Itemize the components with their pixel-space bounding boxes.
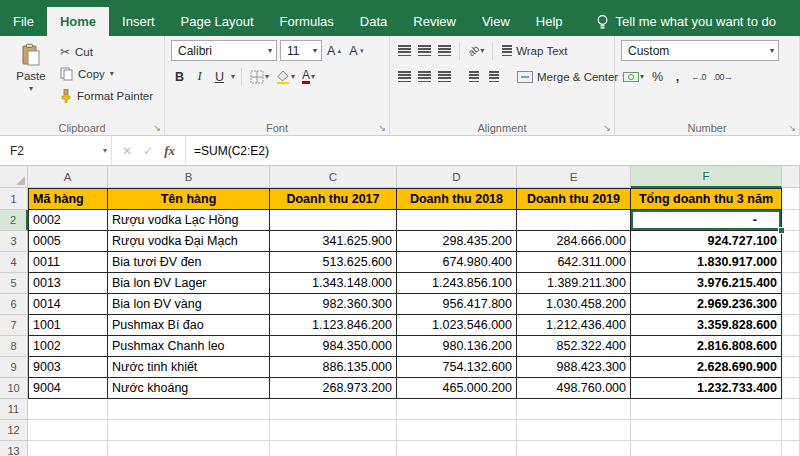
font-size-combo[interactable]: 11 ▾ bbox=[280, 40, 322, 61]
cell-F1[interactable]: Tổng doanh thu 3 năm bbox=[631, 188, 782, 210]
align-right-button[interactable] bbox=[436, 66, 453, 87]
cell-C4[interactable]: 513.625.600 bbox=[270, 252, 397, 273]
cell-F13[interactable] bbox=[631, 441, 782, 456]
cell-ghost-13[interactable] bbox=[782, 441, 800, 456]
percent-style-button[interactable]: % bbox=[649, 66, 666, 87]
cell-E7[interactable]: 1.212.436.400 bbox=[517, 315, 631, 336]
cell-B10[interactable]: Nước khoáng bbox=[108, 378, 270, 399]
cell-E5[interactable]: 1.389.211.300 bbox=[517, 273, 631, 294]
comma-style-button[interactable]: , bbox=[669, 66, 686, 87]
font-name-combo[interactable]: Calibri ▾ bbox=[171, 40, 277, 61]
alignment-dialog-launcher-icon[interactable]: ↘ bbox=[603, 123, 611, 133]
cell-F2[interactable]: - bbox=[631, 210, 782, 231]
decrease-indent-button[interactable] bbox=[465, 66, 482, 87]
row-header-3[interactable]: 3 bbox=[0, 231, 28, 252]
cell-E3[interactable]: 284.666.000 bbox=[517, 231, 631, 252]
align-center-button[interactable] bbox=[416, 66, 433, 87]
cell-ghost-12[interactable] bbox=[782, 420, 800, 441]
increase-indent-button[interactable] bbox=[485, 66, 502, 87]
cell-A10[interactable]: 9004 bbox=[28, 378, 108, 399]
column-header-A[interactable]: A bbox=[28, 166, 108, 188]
column-header-E[interactable]: E bbox=[517, 166, 631, 188]
copy-button[interactable]: Copy ▾ bbox=[60, 64, 153, 84]
tab-page-layout[interactable]: Page Layout bbox=[168, 7, 267, 36]
cell-B11[interactable] bbox=[108, 399, 270, 420]
tab-view[interactable]: View bbox=[469, 7, 523, 36]
cell-E9[interactable]: 988.423.300 bbox=[517, 357, 631, 378]
cell-B8[interactable]: Pushmax Chanh leo bbox=[108, 336, 270, 357]
cell-F4[interactable]: 1.830.917.000 bbox=[631, 252, 782, 273]
tab-home[interactable]: Home bbox=[47, 7, 109, 36]
font-dialog-launcher-icon[interactable]: ↘ bbox=[378, 123, 386, 133]
row-header-6[interactable]: 6 bbox=[0, 294, 28, 315]
cell-B2[interactable]: Rượu vodka Lạc Hồng bbox=[108, 210, 270, 231]
cell-A3[interactable]: 0005 bbox=[28, 231, 108, 252]
paste-caret-icon[interactable]: ▾ bbox=[29, 85, 33, 93]
cell-D11[interactable] bbox=[397, 399, 517, 420]
middle-align-button[interactable] bbox=[416, 40, 433, 61]
cell-D6[interactable]: 956.417.800 bbox=[397, 294, 517, 315]
underline-button[interactable]: U bbox=[211, 66, 228, 87]
cell-ghost-9[interactable] bbox=[782, 357, 800, 378]
underline-caret-icon[interactable]: ▾ bbox=[231, 73, 235, 81]
column-header-partial[interactable] bbox=[782, 166, 800, 188]
cell-D5[interactable]: 1.243.856.100 bbox=[397, 273, 517, 294]
selection-fill-handle[interactable] bbox=[778, 227, 785, 234]
cell-A12[interactable] bbox=[28, 420, 108, 441]
cell-C11[interactable] bbox=[270, 399, 397, 420]
tab-file[interactable]: File bbox=[0, 7, 47, 36]
tell-me-box[interactable]: Tell me what you want to do bbox=[596, 7, 776, 36]
cell-E11[interactable] bbox=[517, 399, 631, 420]
cell-D10[interactable]: 465.000.200 bbox=[397, 378, 517, 399]
cell-F12[interactable] bbox=[631, 420, 782, 441]
cell-D13[interactable] bbox=[397, 441, 517, 456]
number-format-combo[interactable]: Custom ▾ bbox=[621, 40, 779, 61]
cell-C12[interactable] bbox=[270, 420, 397, 441]
row-header-10[interactable]: 10 bbox=[0, 378, 28, 399]
row-header-7[interactable]: 7 bbox=[0, 315, 28, 336]
cell-A13[interactable] bbox=[28, 441, 108, 456]
cell-F7[interactable]: 3.359.828.600 bbox=[631, 315, 782, 336]
cell-C6[interactable]: 982.360.300 bbox=[270, 294, 397, 315]
cell-D2[interactable] bbox=[397, 210, 517, 231]
cell-C10[interactable]: 268.973.200 bbox=[270, 378, 397, 399]
cell-C8[interactable]: 984.350.000 bbox=[270, 336, 397, 357]
bold-button[interactable]: B bbox=[171, 66, 188, 87]
cell-C5[interactable]: 1.343.148.000 bbox=[270, 273, 397, 294]
cell-A5[interactable]: 0013 bbox=[28, 273, 108, 294]
decrease-decimal-button[interactable]: .00→ bbox=[711, 66, 735, 87]
cell-F5[interactable]: 3.976.215.400 bbox=[631, 273, 782, 294]
cell-E4[interactable]: 642.311.000 bbox=[517, 252, 631, 273]
cell-ghost-11[interactable] bbox=[782, 399, 800, 420]
column-header-B[interactable]: B bbox=[108, 166, 270, 188]
row-header-11[interactable]: 11 bbox=[0, 399, 28, 420]
cell-D7[interactable]: 1.023.546.000 bbox=[397, 315, 517, 336]
tab-formulas[interactable]: Formulas bbox=[267, 7, 347, 36]
cell-C7[interactable]: 1.123.846.200 bbox=[270, 315, 397, 336]
cell-C1[interactable]: Doanh thu 2017 bbox=[270, 188, 397, 210]
fill-color-button[interactable]: ▾ bbox=[274, 66, 297, 87]
cell-B6[interactable]: Bia lon ĐV vàng bbox=[108, 294, 270, 315]
cell-D12[interactable] bbox=[397, 420, 517, 441]
row-header-12[interactable]: 12 bbox=[0, 420, 28, 441]
italic-button[interactable]: I bbox=[191, 66, 208, 87]
cell-C2[interactable] bbox=[270, 210, 397, 231]
tab-insert[interactable]: Insert bbox=[109, 7, 168, 36]
cell-E12[interactable] bbox=[517, 420, 631, 441]
row-header-13[interactable]: 13 bbox=[0, 441, 28, 456]
column-header-D[interactable]: D bbox=[397, 166, 517, 188]
cell-ghost-1[interactable] bbox=[782, 188, 800, 210]
cell-B13[interactable] bbox=[108, 441, 270, 456]
tab-data[interactable]: Data bbox=[347, 7, 400, 36]
cell-B12[interactable] bbox=[108, 420, 270, 441]
row-header-4[interactable]: 4 bbox=[0, 252, 28, 273]
cell-ghost-7[interactable] bbox=[782, 315, 800, 336]
cell-D3[interactable]: 298.435.200 bbox=[397, 231, 517, 252]
enter-icon[interactable]: ✓ bbox=[143, 144, 153, 158]
cell-B3[interactable]: Rượu vodka Đại Mạch bbox=[108, 231, 270, 252]
cell-ghost-3[interactable] bbox=[782, 231, 800, 252]
cell-A8[interactable]: 1002 bbox=[28, 336, 108, 357]
row-header-1[interactable]: 1 bbox=[0, 188, 28, 210]
cell-B7[interactable]: Pushmax Bí đao bbox=[108, 315, 270, 336]
cell-B1[interactable]: Tên hàng bbox=[108, 188, 270, 210]
